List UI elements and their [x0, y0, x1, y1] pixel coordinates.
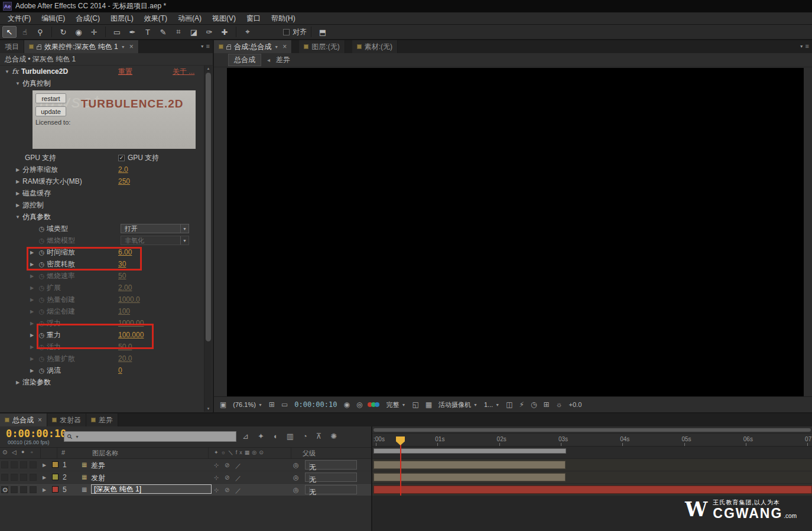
hide-shy-icon[interactable]: ◖ [273, 432, 278, 441]
param-value[interactable]: 50 [118, 272, 126, 280]
lock-icon[interactable] [37, 46, 41, 50]
tab-footage[interactable]: 素材:(无) [352, 40, 398, 53]
composition-viewport[interactable] [227, 68, 804, 396]
param-value[interactable]: 250 [118, 177, 130, 185]
parent-dropdown[interactable]: 无▼ [305, 485, 357, 494]
panel-menu-icon[interactable]: ▼≡ [200, 43, 210, 50]
parent-dropdown[interactable]: 无▼ [305, 460, 357, 470]
layer-switch-cell[interactable] [11, 486, 18, 493]
layer-duration-bar[interactable] [373, 473, 566, 481]
layer-color-chip[interactable] [52, 486, 59, 493]
param-value[interactable]: 2.0 [118, 165, 128, 174]
menu-item[interactable]: 图层(L) [105, 12, 139, 24]
effect-param-row[interactable]: ▶分辨率缩放2.0 [0, 164, 213, 175]
lock-column-icon[interactable]: ▫ [31, 449, 33, 455]
pan-behind-tool-icon[interactable]: ✛ [87, 26, 101, 38]
twirl-icon[interactable]: ▼ [13, 214, 22, 220]
menu-item[interactable]: 合成(C) [70, 12, 105, 24]
tab-layer[interactable]: 图层:(无) [299, 40, 345, 53]
layer-twirl-icon[interactable]: ▶ [43, 462, 46, 468]
fast-preview-icon[interactable]: ⚡ [519, 400, 524, 409]
twirl-icon[interactable]: ▶ [13, 380, 22, 385]
tab-composition[interactable]: 合成:总合成 ▼ × [214, 40, 292, 53]
timeline-tab-2[interactable]: 发射器 [47, 413, 86, 426]
sim-control-group-row[interactable]: ▼ 仿真控制 [0, 77, 213, 89]
hand-tool-icon[interactable]: ☝ [18, 26, 32, 38]
stopwatch-icon[interactable]: ◷ [37, 237, 47, 245]
effect-param-row[interactable]: ▶◷扩展2.00 [0, 282, 213, 294]
twirl-icon[interactable]: ▶ [27, 309, 37, 314]
twirl-down-icon[interactable]: ▼ [13, 81, 22, 86]
close-icon[interactable]: × [282, 43, 287, 51]
stopwatch-icon[interactable]: ◷ [37, 331, 47, 339]
motion-blur-icon[interactable]: ◔ [303, 432, 307, 441]
effect-param-row[interactable]: ▶◷时间缩放6.00 [0, 246, 213, 258]
about-link[interactable]: 关于 ... [173, 67, 194, 77]
menu-item[interactable]: 帮助(H) [266, 12, 301, 24]
view-layout-select[interactable]: 1... ▼ [484, 401, 499, 408]
layer-twirl-icon[interactable]: ▶ [43, 487, 46, 493]
layer-switch-icon[interactable]: ⊘ [225, 487, 229, 493]
effect-panel-scrollbar[interactable]: ▲ ▼ [204, 66, 212, 412]
timeline-search-input[interactable]: ⚲ ▼ [64, 431, 236, 442]
layer-name[interactable]: [深灰色 纯色 1] [91, 484, 212, 494]
pen-tool-icon[interactable]: ✒ [125, 26, 139, 38]
layer-row[interactable]: ▶2▦发射⊹⊘／◎无▼ [0, 471, 371, 483]
reset-exposure-icon[interactable]: ☼ [556, 400, 563, 409]
layer-row[interactable]: ▶1▦差异⊹⊘／◎无▼ [0, 459, 371, 471]
clone-stamp-tool-icon[interactable]: ⌗ [171, 26, 186, 38]
mask-visibility-icon[interactable]: ▭ [281, 400, 288, 409]
layer-switch-cell[interactable] [20, 474, 27, 481]
brush-tool-icon[interactable]: ✎ [156, 26, 170, 38]
layer-switch-cell[interactable] [30, 474, 37, 481]
layer-twirl-icon[interactable]: ▶ [43, 475, 46, 480]
timeline-tab-1[interactable]: 总合成 × [0, 413, 47, 426]
layer-switch-cell[interactable] [1, 474, 8, 481]
effect-param-row[interactable]: ◷燃烧模型非氧化▼ [0, 234, 213, 246]
layer-switch-cell[interactable] [11, 461, 18, 468]
current-time-display[interactable]: 0:00:00:10 [6, 428, 66, 439]
effect-param-row[interactable]: ▶◷浮力1000.00 [0, 317, 213, 329]
layer-track[interactable] [372, 484, 812, 496]
eraser-tool-icon[interactable]: ◪ [187, 26, 201, 38]
twirl-icon[interactable]: ▶ [27, 297, 37, 302]
viewer-timecode[interactable]: 0:00:00:10 [294, 400, 337, 409]
stopwatch-icon[interactable]: ◷ [37, 272, 47, 280]
layer-switch-cell[interactable] [11, 474, 18, 481]
twirl-icon[interactable]: ▶ [27, 344, 37, 350]
exposure-value[interactable]: +0.0 [569, 401, 582, 408]
scroll-up-icon[interactable]: ▲ [204, 66, 212, 71]
solo-column-icon[interactable]: ● [21, 449, 24, 455]
frame-blend-icon[interactable]: ▥ [287, 432, 294, 441]
chevron-down-icon[interactable]: ▼ [121, 45, 125, 49]
twirl-icon[interactable]: ▶ [13, 191, 22, 196]
param-value[interactable]: 6.00 [118, 248, 132, 256]
lock-icon[interactable] [226, 46, 231, 50]
close-icon[interactable]: × [38, 416, 42, 424]
flowchart-icon[interactable]: ⊞ [544, 400, 550, 409]
twirl-icon[interactable]: ▶ [27, 262, 37, 267]
parent-dropdown[interactable]: 无▼ [305, 473, 357, 482]
menu-item[interactable]: 窗口 [241, 12, 266, 24]
layer-name[interactable]: 差异 [91, 461, 105, 471]
chevron-down-icon[interactable]: ▼ [274, 45, 278, 49]
effect-param-row[interactable]: ▶磁盘缓存 [0, 187, 213, 199]
comp-breadcrumb[interactable]: 总合成 [228, 54, 261, 66]
layer-switch-cell[interactable] [30, 461, 37, 468]
menu-item[interactable]: 编辑(E) [36, 12, 70, 24]
param-value[interactable]: 100.000 [118, 331, 144, 339]
unified-camera-tool-icon[interactable]: ◉ [72, 26, 86, 38]
magnification-select[interactable]: (76.1%) ▼ [233, 401, 262, 408]
layer-switch-cell[interactable] [30, 486, 37, 493]
param-value[interactable]: 1000.0 [118, 295, 140, 304]
grid-options-icon[interactable]: ⊞ [269, 400, 275, 409]
stopwatch-icon[interactable]: ◷ [37, 284, 47, 292]
timeline-button-icon[interactable]: ◷ [531, 400, 537, 409]
comp-breadcrumb-current[interactable]: 差异 [276, 55, 290, 65]
layer-track[interactable] [372, 471, 812, 483]
eye-icon[interactable]: ⊙ [2, 486, 8, 494]
twirl-icon[interactable]: ▶ [27, 321, 37, 326]
audio-column-icon[interactable]: ◁ [12, 449, 17, 455]
show-channel-icon[interactable] [369, 402, 379, 407]
twirl-icon[interactable]: ▶ [27, 333, 37, 338]
